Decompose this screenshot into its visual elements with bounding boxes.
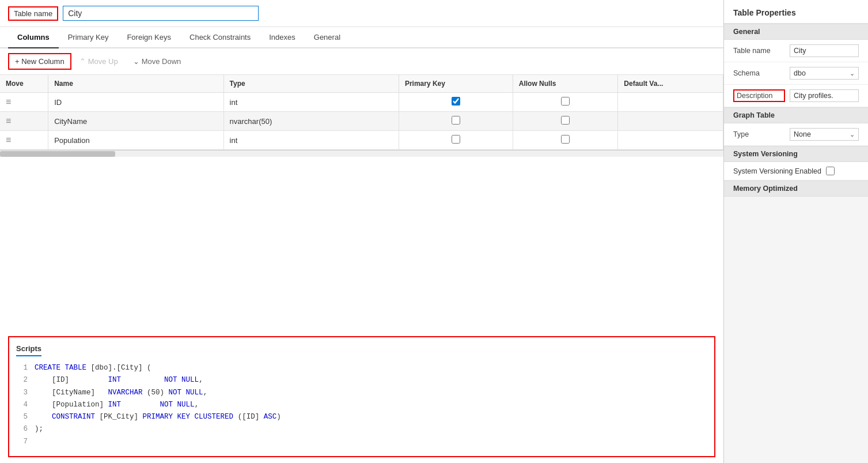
rp-type-select[interactable]: None ⌄: [790, 128, 859, 141]
col-null-1: [513, 93, 618, 112]
script-code: 1 CREATE TABLE [dbo].[City] ( 2 [ID] INT…: [16, 362, 707, 448]
col-null-2: [513, 112, 618, 131]
schema-chevron-icon: ⌄: [850, 70, 855, 77]
col-header-nulls: Allow Nulls: [513, 75, 618, 93]
move-handle-2: ≡: [0, 112, 48, 131]
col-type-1[interactable]: int: [223, 93, 399, 112]
table-properties-title: Table Properties: [724, 0, 868, 24]
system-versioning-checkbox[interactable]: [826, 167, 835, 175]
scrollbar-thumb[interactable]: [0, 151, 115, 157]
script-line-3: 3 [CityName] NVARCHAR (50) NOT NULL,: [16, 387, 707, 399]
rp-description-label: Description: [733, 89, 785, 102]
system-versioning-section-header: System Versioning: [724, 146, 868, 162]
col-name-3[interactable]: Population: [48, 131, 223, 150]
script-line-6: 6 );: [16, 423, 707, 435]
col-pk-2: [399, 112, 513, 131]
col-name-2[interactable]: CityName: [48, 112, 223, 131]
script-line-1: 1 CREATE TABLE [dbo].[City] (: [16, 362, 707, 374]
tab-general[interactable]: General: [305, 27, 350, 48]
system-versioning-body: System Versioning Enabled: [724, 162, 868, 180]
columns-area: Move Name Type Primary Key Allow Nulls D…: [0, 75, 723, 330]
col-type-2[interactable]: nvarchar(50): [223, 112, 399, 131]
script-line-7: 7: [16, 436, 707, 448]
col-pk-1: [399, 93, 513, 112]
rp-description-row: Description City profiles.: [724, 85, 868, 107]
col-header-type: Type: [223, 75, 399, 93]
right-panel: Table Properties General Table name City…: [724, 0, 868, 463]
new-column-button[interactable]: + New Column: [8, 53, 71, 70]
move-up-button[interactable]: ⌃ Move Up: [73, 53, 125, 70]
rp-type-label: Type: [733, 130, 785, 138]
tab-indexes[interactable]: Indexes: [260, 27, 305, 48]
chevron-up-icon: ⌃: [79, 57, 86, 66]
col-header-defval: Default Va...: [618, 75, 723, 93]
col-header-move: Move: [0, 75, 48, 93]
col-defval-1[interactable]: [618, 93, 723, 112]
move-handle-1: ≡: [0, 93, 48, 112]
system-versioning-enabled-label: System Versioning Enabled: [733, 167, 821, 175]
col-name-1[interactable]: ID: [48, 93, 223, 112]
script-line-4: 4 [Population] INT NOT NULL,: [16, 399, 707, 411]
table-row: ≡ ID int: [0, 93, 723, 112]
main-panel: Table name Columns Primary Key Foreign K…: [0, 0, 724, 463]
move-handle-3: ≡: [0, 131, 48, 150]
col-type-3[interactable]: int: [223, 131, 399, 150]
memory-optimized-section-header: Memory Optimized: [724, 180, 868, 197]
rp-table-name-label: Table name: [733, 47, 785, 55]
col-header-pk: Primary Key: [399, 75, 513, 93]
memory-optimized-body: [724, 197, 868, 463]
chevron-down-icon: ⌄: [133, 57, 139, 66]
tab-columns[interactable]: Columns: [8, 27, 59, 48]
tab-primary-key[interactable]: Primary Key: [59, 27, 118, 48]
table-name-input[interactable]: [63, 6, 259, 21]
null-checkbox-1[interactable]: [561, 97, 570, 106]
rp-schema-select[interactable]: dbo ⌄: [790, 67, 859, 80]
table-name-label: Table name: [8, 6, 58, 21]
columns-table: Move Name Type Primary Key Allow Nulls D…: [0, 75, 723, 150]
col-pk-3: [399, 131, 513, 150]
null-checkbox-3[interactable]: [561, 135, 570, 144]
type-chevron-icon: ⌄: [850, 131, 855, 138]
pk-checkbox-3[interactable]: [452, 135, 460, 144]
scripts-title: Scripts: [16, 344, 41, 356]
general-section-header: General: [724, 24, 868, 40]
tabs-bar: Columns Primary Key Foreign Keys Check C…: [0, 27, 723, 48]
system-versioning-enabled-row: System Versioning Enabled: [724, 162, 868, 180]
table-row: ≡ Population int: [0, 131, 723, 150]
move-down-button[interactable]: ⌄ Move Down: [126, 53, 188, 70]
col-defval-3[interactable]: [618, 131, 723, 150]
scripts-panel: Scripts 1 CREATE TABLE [dbo].[City] ( 2 …: [8, 336, 715, 457]
rp-schema-row: Schema dbo ⌄: [724, 62, 868, 85]
script-line-2: 2 [ID] INT NOT NULL,: [16, 374, 707, 386]
tab-check-constraints[interactable]: Check Constraints: [180, 27, 260, 48]
script-line-5: 5 CONSTRAINT [PK_City] PRIMARY KEY CLUST…: [16, 411, 707, 423]
col-header-name: Name: [48, 75, 223, 93]
col-null-3: [513, 131, 618, 150]
general-section-body: Table name City Schema dbo ⌄ Description…: [724, 40, 868, 107]
toolbar: + New Column ⌃ Move Up ⌄ Move Down: [0, 48, 723, 75]
table-row: ≡ CityName nvarchar(50): [0, 112, 723, 131]
graph-table-section-body: Type None ⌄: [724, 123, 868, 146]
rp-schema-label: Schema: [733, 69, 785, 77]
rp-type-row: Type None ⌄: [724, 123, 868, 146]
pk-checkbox-1[interactable]: [452, 97, 460, 106]
rp-table-name-row: Table name City: [724, 40, 868, 62]
tab-foreign-keys[interactable]: Foreign Keys: [117, 27, 180, 48]
null-checkbox-2[interactable]: [561, 116, 570, 125]
horizontal-scrollbar[interactable]: [0, 150, 723, 157]
col-defval-2[interactable]: [618, 112, 723, 131]
table-name-row: Table name: [0, 0, 723, 27]
graph-table-section-header: Graph Table: [724, 107, 868, 123]
rp-description-value[interactable]: City profiles.: [790, 89, 859, 102]
pk-checkbox-2[interactable]: [452, 116, 460, 125]
rp-table-name-value[interactable]: City: [790, 44, 859, 57]
